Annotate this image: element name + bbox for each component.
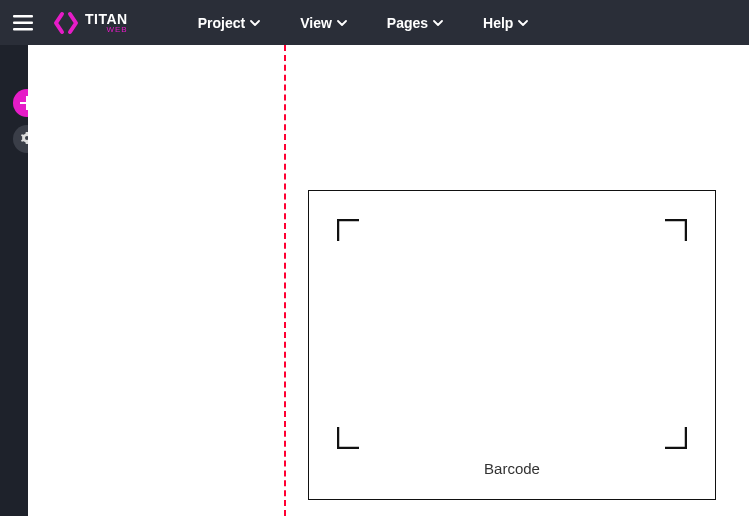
menu-label: Pages xyxy=(387,15,428,31)
hamburger-menu[interactable] xyxy=(0,0,45,45)
scan-corner-tr-icon xyxy=(665,219,687,241)
left-sidebar xyxy=(0,45,28,516)
brand-title: TITAN xyxy=(85,12,128,26)
scan-corner-br-icon xyxy=(665,427,687,449)
barcode-widget[interactable]: Barcode xyxy=(308,190,716,500)
svg-rect-2 xyxy=(13,28,33,31)
logo-mark-icon xyxy=(53,10,79,36)
menu-label: Project xyxy=(198,15,245,31)
brand-subtitle: WEB xyxy=(106,26,127,34)
svg-rect-1 xyxy=(13,21,33,24)
menu-label: View xyxy=(300,15,332,31)
hamburger-icon xyxy=(13,15,33,31)
menu-view[interactable]: View xyxy=(300,15,347,31)
svg-rect-0 xyxy=(13,15,33,18)
menu-label: Help xyxy=(483,15,513,31)
main-menu: Project View Pages Help xyxy=(198,15,529,31)
scan-corner-bl-icon xyxy=(337,427,359,449)
scan-corner-tl-icon xyxy=(337,219,359,241)
chevron-down-icon xyxy=(250,20,260,26)
chevron-down-icon xyxy=(518,20,528,26)
brand-logo[interactable]: TITAN WEB xyxy=(53,10,128,36)
menu-pages[interactable]: Pages xyxy=(387,15,443,31)
design-canvas[interactable]: Barcode xyxy=(28,45,749,516)
menu-help[interactable]: Help xyxy=(483,15,528,31)
workspace: Barcode xyxy=(0,45,749,516)
barcode-label: Barcode xyxy=(309,460,715,477)
menu-project[interactable]: Project xyxy=(198,15,260,31)
vertical-guide[interactable] xyxy=(284,45,286,516)
chevron-down-icon xyxy=(433,20,443,26)
top-navbar: TITAN WEB Project View Pages Help xyxy=(0,0,749,45)
chevron-down-icon xyxy=(337,20,347,26)
